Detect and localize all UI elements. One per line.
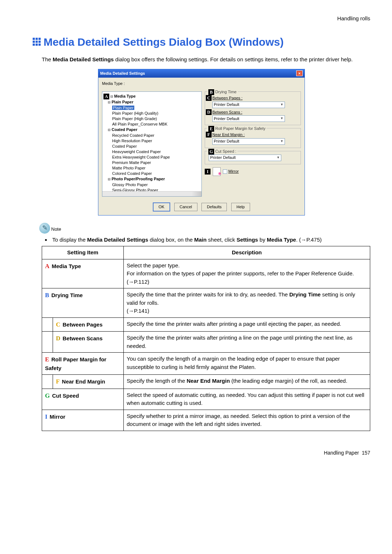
marker-c: C xyxy=(206,95,212,101)
tree-item[interactable]: Matte Photo Paper xyxy=(112,165,200,171)
table-row: I MirrorSpecify whether to print a mirro… xyxy=(42,410,370,431)
header-section: Handling rolls xyxy=(33,15,370,23)
tree-item[interactable]: Colored Coated Paper xyxy=(112,171,200,176)
roll-paper-margin-group: E Roll Paper Margin for Safety F Near En… xyxy=(205,128,301,148)
dialog-title: Media Detailed Settings xyxy=(100,70,145,77)
tree-group[interactable]: Plain Paper xyxy=(108,100,133,104)
near-end-margin-select[interactable]: Printer Default▼ xyxy=(212,138,285,145)
dialog-titlebar: Media Detailed Settings × xyxy=(98,69,305,78)
between-scans-label: Between Scans : xyxy=(212,109,298,115)
near-end-margin-label: Near End Margin : xyxy=(212,132,298,138)
cut-speed-select[interactable]: Printer Default▼ xyxy=(209,155,281,161)
marker-f: F xyxy=(206,132,212,138)
table-row: D Between ScansSpecify the time the prin… xyxy=(42,332,370,353)
scrollbar[interactable] xyxy=(102,191,201,196)
chevron-down-icon: ▼ xyxy=(280,116,283,121)
close-icon[interactable]: × xyxy=(296,70,303,76)
page-title: Media Detailed Settings Dialog Box (Wind… xyxy=(33,34,370,50)
page-footer: Handling Paper 157 xyxy=(33,449,370,457)
tree-group[interactable]: Photo Paper/Proofing Paper xyxy=(108,177,165,181)
settings-table: Setting Item Description A Media TypeSel… xyxy=(42,246,370,431)
pencil-icon: ✎ xyxy=(39,223,50,234)
table-row: E Roll Paper Margin for SafetyYou can sp… xyxy=(42,353,370,375)
note-bullet: To display the Media Detailed Settings d… xyxy=(51,236,370,244)
mirror-row: I ✻ Mirror xyxy=(205,167,301,176)
note-list: To display the Media Detailed Settings d… xyxy=(44,236,370,244)
tree-item[interactable]: Coated Paper xyxy=(112,144,200,149)
drying-time-group: B Drying Time C Between Pages : Printer … xyxy=(205,91,301,125)
chevron-down-icon: ▼ xyxy=(280,102,283,107)
between-pages-label: Between Pages : xyxy=(212,95,298,101)
between-scans-select[interactable]: Printer Default▼ xyxy=(212,115,285,122)
note-heading: ✎ Note xyxy=(39,223,370,234)
title-text: Media Detailed Settings Dialog Box (Wind… xyxy=(44,34,283,50)
marker-b: B xyxy=(208,89,214,95)
tree-item[interactable]: Plain Paper (High Grade) xyxy=(112,116,200,122)
tree-item[interactable]: Extra Heavyweight Coated Pape xyxy=(112,155,200,160)
chevron-down-icon: ▼ xyxy=(280,139,283,144)
tree-item[interactable]: High Resolution Paper xyxy=(112,138,200,144)
marker-g: G xyxy=(208,149,214,155)
cut-speed-group: G Cut Speed : Printer Default▼ xyxy=(205,151,301,164)
tree-item[interactable]: Plain Paper (High Quality) xyxy=(112,111,200,116)
dialog-button-row: OK Cancel Defaults Help xyxy=(98,200,305,215)
table-row: F Near End MarginSpecify the length of t… xyxy=(42,375,370,389)
marker-i: I xyxy=(205,169,211,175)
table-row: C Between PagesSpecify the time the prin… xyxy=(42,317,370,332)
mirror-checkbox[interactable]: Mirror xyxy=(223,168,239,175)
tree-group[interactable]: Coated Paper xyxy=(108,127,137,132)
between-pages-select[interactable]: Printer Default▼ xyxy=(212,102,285,108)
table-row: G Cut SpeedSelect the speed of automatic… xyxy=(42,389,370,410)
tree-item[interactable]: All Plain Paper_Conserve MBK xyxy=(112,122,200,127)
media-type-label: Media Type : xyxy=(102,81,301,87)
table-row: A Media TypeSelect the paper type.For in… xyxy=(42,259,370,288)
cancel-button[interactable]: Cancel xyxy=(174,203,197,211)
grid-icon xyxy=(33,38,41,46)
tree-root: Media Type xyxy=(110,94,136,98)
media-type-tree[interactable]: A Media Type Plain PaperPlain PaperPlain… xyxy=(102,91,202,197)
help-button[interactable]: Help xyxy=(231,203,250,211)
chevron-down-icon: ▼ xyxy=(277,155,280,160)
marker-a: A xyxy=(103,94,109,99)
marker-e: E xyxy=(208,126,214,132)
tree-item[interactable]: Premium Matte Paper xyxy=(112,160,200,165)
col-description: Description xyxy=(124,246,370,259)
col-setting-item: Setting Item xyxy=(42,246,124,259)
ok-button[interactable]: OK xyxy=(153,202,170,212)
tree-item[interactable]: Glossy Photo Paper xyxy=(112,182,200,188)
tree-item[interactable]: Heavyweight Coated Paper xyxy=(112,149,200,155)
tree-item[interactable]: Recycled Coated Paper xyxy=(112,133,200,138)
intro-paragraph: The Media Detailed Settings dialog box o… xyxy=(42,56,370,64)
tree-item[interactable]: Plain Paper xyxy=(112,105,200,111)
table-row: B Drying TimeSpecify the time that the p… xyxy=(42,288,370,318)
defaults-button[interactable]: Defaults xyxy=(201,203,227,211)
marker-d: D xyxy=(206,109,212,115)
mirror-preview-icon: ✻ xyxy=(213,167,221,176)
media-detailed-settings-dialog: Media Detailed Settings × Media Type : A… xyxy=(98,69,305,216)
